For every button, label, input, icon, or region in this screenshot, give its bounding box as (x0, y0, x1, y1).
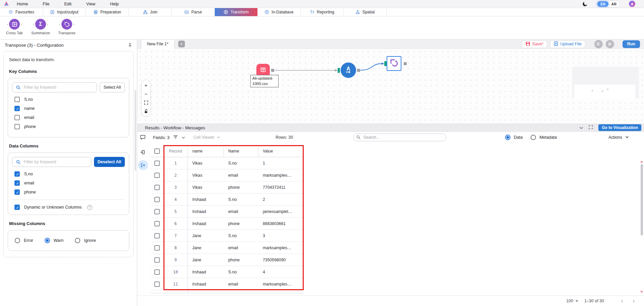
output-port[interactable] (357, 69, 360, 72)
fit-view-icon[interactable] (143, 100, 149, 105)
row-checkbox[interactable] (154, 221, 160, 226)
previous-page-button[interactable]: ‹ (621, 298, 623, 304)
zoom-in-icon[interactable]: + (143, 82, 149, 88)
canvas-minimap[interactable] (572, 67, 639, 98)
ribbon-tab-preparation[interactable]: Preparation (86, 8, 129, 16)
language-toggle[interactable]: ENAR (597, 1, 620, 7)
ribbon-tab-in-database[interactable]: In-Database (258, 8, 301, 16)
row-checkbox[interactable] (154, 209, 160, 214)
radio-option-metadata[interactable]: Metadata (531, 135, 557, 140)
help-icon[interactable]: ? (87, 205, 92, 210)
next-page-button[interactable]: › (633, 298, 635, 304)
output-port[interactable] (404, 62, 407, 65)
cell-viewer-dropdown[interactable]: Cell Viewer (193, 135, 220, 140)
align-lines-icon[interactable] (594, 40, 603, 48)
row-checkbox[interactable] (154, 281, 160, 287)
radio[interactable] (75, 238, 80, 243)
ribbon-tab-reporting[interactable]: Reporting (301, 8, 344, 16)
upload-file-button[interactable]: Upload File (550, 40, 585, 48)
checkbox-option-s-no[interactable]: S.no (14, 171, 125, 177)
checkbox-option-phone[interactable]: phone (14, 189, 125, 195)
run-button[interactable]: Run (623, 40, 640, 48)
menu-item-help[interactable]: Help (110, 2, 119, 6)
radio[interactable] (15, 238, 20, 243)
checkbox-option-dynamic-or-unknown-columns[interactable]: Dynamic or Unknown Columns? (14, 205, 125, 210)
row-checkbox[interactable] (154, 197, 160, 202)
radio-option-ignore[interactable]: Ignore (75, 238, 96, 243)
checkbox[interactable] (14, 124, 20, 129)
results-search-input[interactable] (353, 133, 446, 141)
radio-option-error[interactable]: Error (15, 238, 33, 243)
actions-dropdown[interactable]: Actions (608, 135, 629, 140)
select-all-button[interactable]: Select All (100, 82, 125, 92)
row-checkbox[interactable] (154, 269, 160, 275)
row-checkbox[interactable] (154, 185, 160, 190)
unlock-icon[interactable] (143, 108, 149, 114)
radio[interactable] (531, 135, 536, 140)
radio[interactable] (505, 135, 510, 140)
checkbox[interactable] (14, 180, 20, 186)
ribbon-tab-parse[interactable]: Parse (172, 8, 215, 16)
ribbon-tab-spatial[interactable]: Spatial (344, 8, 387, 16)
dock-left-icon[interactable] (140, 149, 145, 155)
deselect-all-button[interactable]: Deselect All (94, 157, 125, 167)
output-port[interactable] (271, 69, 274, 72)
collapse-chevron-down-icon[interactable] (579, 125, 583, 131)
add-file-tab-button[interactable]: + (178, 41, 185, 47)
dock-right-icon-active[interactable] (138, 160, 148, 170)
table-row[interactable]: 2Vikasemailmarksamples… (150, 169, 304, 181)
align-bars-icon[interactable] (606, 40, 614, 48)
radio[interactable] (45, 238, 50, 243)
key-columns-filter-input[interactable] (12, 82, 97, 92)
row-checkbox[interactable] (154, 173, 160, 178)
checkbox[interactable] (14, 115, 20, 120)
comment-icon[interactable] (140, 135, 146, 140)
menu-item-view[interactable]: View (86, 2, 95, 6)
pin-icon[interactable] (128, 43, 132, 47)
checkbox-option-phone[interactable]: phone (14, 124, 125, 129)
filter-icon[interactable] (173, 135, 178, 140)
checkbox[interactable] (14, 171, 20, 177)
row-checkbox[interactable] (154, 245, 160, 251)
language-option-ar[interactable]: AR (608, 1, 620, 7)
input-port[interactable] (338, 68, 340, 73)
checkbox-option-s-no[interactable]: S.no (14, 97, 125, 102)
dark-mode-moon-icon[interactable] (582, 1, 588, 7)
ribbon-tab-join[interactable]: Join (129, 8, 172, 16)
scroll-down-arrow-icon[interactable] (640, 291, 643, 293)
workflow-canvas[interactable]: Ali-updated-1000.csv A + − (137, 49, 644, 124)
transpose-node-selected[interactable] (387, 56, 401, 71)
table-row[interactable]: 4IrshaadS.no2 (150, 193, 304, 206)
menu-item-file[interactable]: File (43, 2, 49, 6)
tool-transpose[interactable]: ‹›Transpose (54, 19, 80, 35)
checkbox[interactable] (14, 97, 20, 102)
file-tab[interactable]: New File 1* (141, 40, 175, 49)
zoom-out-icon[interactable]: − (143, 91, 149, 96)
row-checkbox[interactable] (154, 161, 160, 166)
checkbox[interactable] (14, 189, 20, 195)
tool-cross-tab[interactable]: ‹›Cross Tab (1, 19, 28, 35)
row-checkbox[interactable] (154, 233, 160, 238)
tool-summarize[interactable]: ‹Σ›Summarize (28, 19, 54, 35)
panel-scrollbar[interactable] (135, 90, 136, 171)
input-port[interactable] (384, 61, 387, 66)
checkbox-option-email[interactable]: email (14, 180, 125, 186)
table-row[interactable]: 7JaneS.no3 (150, 230, 304, 242)
ribbon-tab-favourites[interactable]: Favourites (0, 8, 43, 16)
table-row[interactable]: 9Janephone7350598090 (150, 254, 304, 266)
table-row[interactable]: 8Janeemailmarksamples… (150, 242, 304, 254)
table-row[interactable]: 10IrshaadS.no4 (150, 266, 304, 278)
menu-item-home[interactable]: Home (17, 2, 28, 6)
ribbon-tab-input-output[interactable]: Input/output (43, 8, 86, 16)
radio-option-data[interactable]: Data (505, 135, 523, 140)
table-row[interactable]: 3Vikasphone7704372411 (150, 181, 304, 193)
radio-option-warn[interactable]: Warn (45, 238, 63, 243)
auto-field-node[interactable]: A (341, 62, 356, 78)
menu-item-edit[interactable]: Edit (64, 2, 72, 6)
page-size-dropdown[interactable]: 100 (566, 299, 578, 303)
select-all-checkbox[interactable] (154, 148, 160, 154)
checkbox[interactable] (14, 106, 20, 111)
table-row[interactable]: 11Irshaademailmarksamples… (150, 278, 304, 290)
row-checkbox[interactable] (154, 257, 160, 263)
fields-chevron-down-icon[interactable] (182, 135, 185, 140)
